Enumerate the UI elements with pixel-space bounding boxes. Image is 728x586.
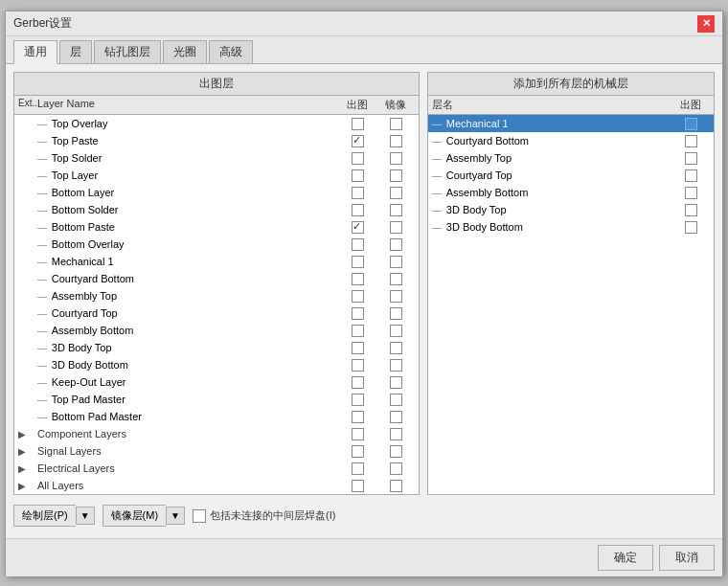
right-row-print-check[interactable]	[671, 187, 710, 199]
draw-layer-label[interactable]: 绘制层(P)	[13, 505, 76, 527]
right-row-print-check[interactable]	[671, 204, 710, 216]
row-print-check[interactable]	[338, 325, 376, 337]
right-layer-row[interactable]: — Courtyard Top	[428, 167, 714, 184]
left-layer-row[interactable]: — Assembly Bottom	[14, 322, 419, 339]
right-row-print-check[interactable]	[671, 135, 710, 147]
row-ext-cell[interactable]: ▶	[18, 463, 37, 474]
tab-aperture[interactable]: 光圈	[163, 40, 207, 63]
left-layer-row[interactable]: — Top Solder	[14, 149, 419, 167]
right-layer-row[interactable]: — Courtyard Bottom	[428, 132, 714, 149]
left-layer-row[interactable]: — Top Layer	[14, 167, 419, 184]
left-layer-row[interactable]: — Courtyard Bottom	[14, 270, 419, 287]
right-layer-row[interactable]: — 3D Body Bottom	[428, 218, 714, 236]
row-mirror-check[interactable]	[376, 152, 415, 165]
right-layer-row[interactable]: — 3D Body Top	[428, 201, 714, 218]
row-ext-cell[interactable]: ▶	[18, 429, 37, 440]
row-ext-cell[interactable]: ▶	[18, 481, 37, 491]
right-row-print-check[interactable]	[671, 169, 710, 182]
right-row-print-check[interactable]	[671, 221, 710, 234]
left-layer-row[interactable]: — Top Overlay	[14, 115, 419, 132]
right-layer-row[interactable]: — Assembly Bottom	[428, 184, 714, 201]
left-layer-row[interactable]: — Bottom Paste	[14, 218, 419, 236]
row-print-check[interactable]	[338, 221, 376, 234]
unconnected-pads-label[interactable]: 包括未连接的中间层焊盘(I)	[193, 508, 335, 523]
row-print-check[interactable]	[338, 462, 376, 475]
left-layer-row[interactable]: ▶Electrical Layers	[14, 460, 419, 477]
row-mirror-check[interactable]	[376, 118, 415, 130]
row-mirror-check[interactable]	[376, 342, 415, 354]
row-print-check[interactable]	[338, 256, 376, 268]
row-mirror-check[interactable]	[376, 325, 415, 337]
tab-drill[interactable]: 钻孔图层	[94, 40, 161, 63]
close-button[interactable]: ✕	[697, 15, 715, 33]
row-print-check[interactable]	[338, 135, 376, 147]
cancel-button[interactable]: 取消	[659, 545, 715, 571]
row-print-check[interactable]	[338, 307, 376, 320]
row-mirror-check[interactable]	[376, 204, 415, 216]
row-mirror-check[interactable]	[376, 445, 415, 458]
row-print-check[interactable]	[338, 445, 376, 458]
row-print-check[interactable]	[338, 187, 376, 199]
row-print-check[interactable]	[338, 394, 376, 406]
row-mirror-check[interactable]	[376, 221, 415, 234]
unconnected-pads-checkbox[interactable]	[193, 509, 206, 523]
row-mirror-check[interactable]	[376, 462, 415, 475]
left-layer-row[interactable]: — Mechanical 1	[14, 253, 419, 270]
row-mirror-check[interactable]	[376, 238, 415, 251]
left-layer-row[interactable]: — Keep-Out Layer	[14, 373, 419, 391]
draw-layer-arrow[interactable]: ▼	[76, 507, 95, 525]
left-layer-row[interactable]: — Top Paste	[14, 132, 419, 149]
left-layer-row[interactable]: — 3D Body Bottom	[14, 356, 419, 373]
ok-button[interactable]: 确定	[598, 545, 653, 571]
draw-layer-dropdown[interactable]: 绘制层(P) ▼	[13, 505, 95, 527]
left-layer-row[interactable]: — Top Pad Master	[14, 391, 419, 408]
row-print-check[interactable]	[338, 376, 376, 389]
row-print-check[interactable]	[338, 342, 376, 354]
row-print-check[interactable]	[338, 480, 376, 492]
mirror-layer-label[interactable]: 镜像层(M)	[102, 505, 167, 527]
row-mirror-check[interactable]	[376, 307, 415, 320]
row-mirror-check[interactable]	[376, 359, 415, 372]
row-mirror-check[interactable]	[376, 376, 415, 389]
row-mirror-check[interactable]	[376, 273, 415, 285]
left-layer-row[interactable]: — Bottom Solder	[14, 201, 419, 218]
row-print-check[interactable]	[338, 290, 376, 303]
row-mirror-check[interactable]	[376, 428, 415, 440]
left-layer-row[interactable]: — Assembly Top	[14, 287, 419, 304]
right-layer-row[interactable]: — Assembly Top	[428, 149, 714, 167]
tab-layers[interactable]: 层	[59, 40, 92, 63]
row-print-check[interactable]	[338, 152, 376, 165]
row-mirror-check[interactable]	[376, 290, 415, 303]
right-layer-list[interactable]: — Mechanical 1— Courtyard Bottom— Assemb…	[428, 115, 714, 494]
right-row-print-check[interactable]	[671, 118, 710, 130]
row-mirror-check[interactable]	[376, 394, 415, 406]
row-print-check[interactable]	[338, 273, 376, 285]
row-mirror-check[interactable]	[376, 169, 415, 182]
row-mirror-check[interactable]	[376, 256, 415, 268]
left-layer-row[interactable]: — 3D Body Top	[14, 339, 419, 356]
row-ext-cell[interactable]: ▶	[18, 446, 37, 457]
row-mirror-check[interactable]	[376, 135, 415, 147]
left-layer-row[interactable]: ▶All Layers	[14, 477, 419, 494]
row-print-check[interactable]	[338, 169, 376, 182]
left-layer-row[interactable]: — Bottom Layer	[14, 184, 419, 201]
left-layer-row[interactable]: ▶Component Layers	[14, 425, 419, 442]
mirror-layer-arrow[interactable]: ▼	[166, 507, 185, 525]
row-print-check[interactable]	[338, 204, 376, 216]
left-layer-row[interactable]: — Bottom Pad Master	[14, 408, 419, 425]
row-mirror-check[interactable]	[376, 480, 415, 492]
tab-general[interactable]: 通用	[13, 40, 57, 64]
row-print-check[interactable]	[338, 359, 376, 372]
row-print-check[interactable]	[338, 238, 376, 251]
left-layer-list[interactable]: — Top Overlay— Top Paste— Top Solder— To…	[14, 115, 419, 494]
right-layer-row[interactable]: — Mechanical 1	[428, 115, 714, 132]
right-row-print-check[interactable]	[671, 152, 710, 165]
mirror-layer-dropdown[interactable]: 镜像层(M) ▼	[102, 505, 185, 527]
row-print-check[interactable]	[338, 428, 376, 440]
row-print-check[interactable]	[338, 118, 376, 130]
row-mirror-check[interactable]	[376, 411, 415, 423]
row-mirror-check[interactable]	[376, 187, 415, 199]
left-layer-row[interactable]: ▶Signal Layers	[14, 442, 419, 460]
tab-advanced[interactable]: 高级	[209, 40, 253, 63]
row-print-check[interactable]	[338, 411, 376, 423]
